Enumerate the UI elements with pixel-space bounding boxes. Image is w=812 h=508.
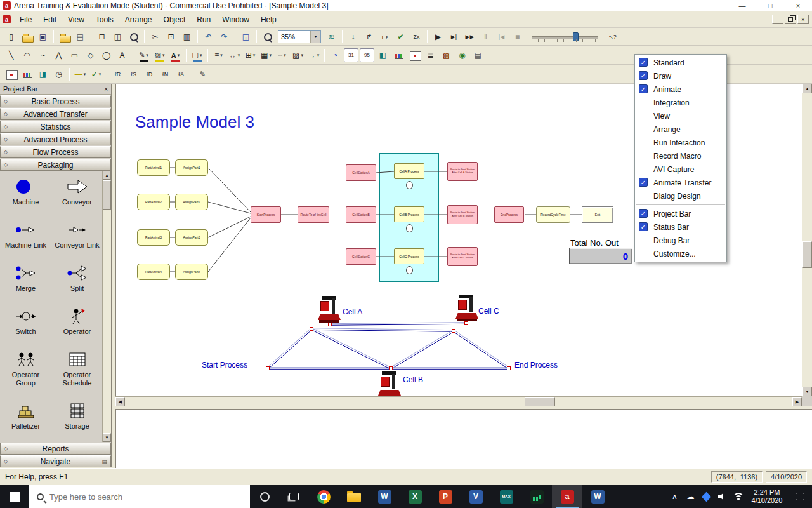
end-process-module[interactable]: EndProcess bbox=[494, 206, 524, 223]
window-background-color-icon[interactable]: ▾ bbox=[190, 48, 204, 62]
animate-clock-small-icon[interactable]: ◷ bbox=[51, 67, 66, 81]
project-bar-close-icon[interactable]: × bbox=[104, 86, 108, 93]
named-views-icon[interactable]: ≋ bbox=[324, 30, 339, 44]
cell-station-a-module[interactable]: CellStationA bbox=[346, 164, 376, 181]
minimize-button[interactable]: — bbox=[728, 0, 756, 11]
panel-reports[interactable]: ◇ Reports bbox=[0, 443, 111, 455]
zoom-icon[interactable] bbox=[260, 30, 275, 44]
animate-plot-icon[interactable] bbox=[407, 48, 422, 62]
taskbar-app-3ds-max[interactable]: MAX bbox=[491, 485, 521, 508]
cortana-button[interactable] bbox=[250, 485, 279, 508]
line-pattern-icon[interactable]: ▨▾ bbox=[291, 48, 305, 62]
end-run-icon[interactable]: ■ bbox=[510, 30, 525, 44]
route-next-a-module[interactable]: Route to Next Station After Cell A Stati… bbox=[447, 162, 478, 181]
run-speed-slider[interactable] bbox=[532, 31, 598, 43]
snap-grid-icon[interactable]: ▦▾ bbox=[259, 48, 273, 62]
template-item-switch[interactable]: Switch bbox=[0, 307, 51, 336]
menu-file[interactable]: File bbox=[14, 13, 37, 26]
cell-c-process-module[interactable]: CellC Process bbox=[394, 248, 424, 264]
taskbar-app-analytics[interactable] bbox=[521, 485, 552, 508]
context-menu-item-run-interaction[interactable]: Run Interaction bbox=[635, 136, 726, 149]
draw-bezier-icon[interactable]: ~ bbox=[36, 48, 50, 62]
assign-part-4-module[interactable]: AssignPart4 bbox=[175, 264, 208, 280]
context-menu-item-record-macro[interactable]: Record Macro bbox=[635, 149, 726, 163]
go-icon[interactable]: ▶ bbox=[431, 30, 445, 44]
exit-module[interactable]: Exit bbox=[582, 206, 613, 223]
panel-advanced-process[interactable]: ◇ Advanced Process bbox=[0, 133, 111, 145]
check-style-icon[interactable]: ✓▾ bbox=[89, 67, 103, 81]
part-arrival-3-module[interactable]: PartArrival3 bbox=[137, 229, 170, 246]
animate-global-icon[interactable]: ◉ bbox=[455, 48, 469, 62]
scroll-right-icon[interactable]: ▶ bbox=[792, 397, 802, 406]
template-item-merge[interactable]: Merge bbox=[0, 264, 51, 293]
menu-window[interactable]: Window bbox=[216, 13, 255, 26]
zoom-combobox[interactable]: 35% ▼ bbox=[278, 30, 321, 43]
taskbar-search[interactable] bbox=[29, 485, 250, 508]
draw-polyline-icon[interactable]: ⋀ bbox=[51, 48, 66, 62]
panel-navigate[interactable]: ◇ Navigate ▤ bbox=[0, 455, 111, 467]
draw-text-icon[interactable]: A bbox=[115, 48, 129, 62]
assign-part-3-module[interactable]: AssignPart3 bbox=[175, 229, 208, 246]
taskbar-app-visio[interactable]: V bbox=[461, 485, 491, 508]
mdi-restore-button[interactable] bbox=[785, 15, 796, 24]
route-next-b-module[interactable]: Route to Next Station After Cell B Stati… bbox=[447, 205, 478, 224]
context-menu-item-standard[interactable]: ✓Standard bbox=[635, 56, 726, 69]
vertical-scrollbar[interactable]: ▲ ▼ bbox=[802, 84, 812, 396]
taskbar-app-arena[interactable]: a bbox=[552, 485, 582, 508]
cell-station-b-module[interactable]: CellStationB bbox=[346, 206, 376, 223]
animate-date-icon[interactable]: 31 bbox=[344, 48, 358, 62]
spreadsheet-pane[interactable] bbox=[115, 409, 812, 468]
context-menu-item-integration[interactable]: Integration bbox=[635, 96, 726, 109]
object-connect-icon[interactable]: ↦ bbox=[377, 30, 392, 44]
cell-station-c-module[interactable]: CellStationC bbox=[346, 248, 376, 265]
start-over-icon[interactable]: |◀ bbox=[494, 30, 509, 44]
toggle-split-screen-icon[interactable]: ◱ bbox=[239, 30, 253, 44]
taskbar-app-word-2[interactable]: W bbox=[582, 485, 613, 508]
animate-route-icon[interactable]: ℓR bbox=[110, 67, 125, 81]
maximize-button[interactable]: □ bbox=[756, 0, 784, 11]
animate-plot-small-icon[interactable] bbox=[4, 67, 18, 81]
tray-expand-chevron-icon[interactable]: ∧ bbox=[667, 485, 683, 508]
scroll-down-icon[interactable]: ▼ bbox=[103, 433, 111, 442]
vertical-scroll-thumb[interactable] bbox=[802, 241, 812, 268]
scroll-thumb[interactable] bbox=[103, 180, 111, 210]
menu-run[interactable]: Run bbox=[191, 13, 216, 26]
panel-advanced-transfer[interactable]: ◇ Advanced Transfer bbox=[0, 108, 111, 120]
context-menu-item-animate[interactable]: ✓Animate bbox=[635, 83, 726, 96]
template-item-palletizer[interactable]: Palletizer bbox=[0, 401, 51, 431]
save-model-icon[interactable]: ▣ bbox=[36, 30, 50, 44]
expression-builder-icon[interactable]: Σx bbox=[409, 30, 424, 44]
template-item-conveyor-link[interactable]: Conveyor Link bbox=[51, 220, 103, 250]
taskbar-app-chrome[interactable] bbox=[308, 485, 339, 508]
template-item-operator-group[interactable]: Operator Group bbox=[0, 350, 51, 387]
panel-basic-process[interactable]: ◇ Basic Process bbox=[0, 95, 111, 107]
copy-icon[interactable]: ⊡ bbox=[164, 30, 178, 44]
assign-part-1-module[interactable]: AssignPart1 bbox=[175, 159, 208, 176]
part-arrival-2-module[interactable]: PartArrival2 bbox=[137, 194, 170, 210]
taskbar-app-excel[interactable]: X bbox=[400, 485, 430, 508]
draw-box-icon[interactable]: ▭ bbox=[67, 48, 82, 62]
taskbar-app-powerpoint[interactable]: P bbox=[430, 485, 461, 508]
horizontal-scroll-thumb[interactable] bbox=[525, 397, 555, 406]
line-style-icon[interactable]: ╌▾ bbox=[275, 48, 289, 62]
undo-icon[interactable]: ↶ bbox=[201, 30, 216, 44]
animate-network-icon[interactable]: ℓN bbox=[158, 67, 173, 81]
menu-edit[interactable]: Edit bbox=[37, 13, 62, 26]
animate-resource-icon[interactable]: ▩ bbox=[439, 48, 454, 62]
start-button[interactable] bbox=[0, 485, 29, 508]
menu-view[interactable]: View bbox=[62, 13, 90, 26]
step-icon[interactable]: ▶| bbox=[447, 30, 461, 44]
paste-icon[interactable]: ▥ bbox=[180, 30, 194, 44]
new-model-icon[interactable]: ▯ bbox=[4, 30, 18, 44]
panel-flow-process[interactable]: ◇ Flow Process bbox=[0, 146, 111, 158]
onedrive-cloud-icon[interactable]: ☁ bbox=[683, 485, 698, 508]
align-icon[interactable]: ≡▾ bbox=[211, 48, 226, 62]
pause-icon[interactable]: ‖ bbox=[478, 30, 493, 44]
panel-packaging[interactable]: ◇ Packaging bbox=[0, 159, 111, 171]
template-item-storage[interactable]: Storage bbox=[51, 401, 103, 431]
context-menu-item-customize[interactable]: Customize... bbox=[635, 247, 726, 260]
detach-template-icon[interactable]: ▤ bbox=[73, 30, 88, 44]
volume-icon[interactable] bbox=[714, 485, 730, 508]
open-model-icon[interactable] bbox=[20, 30, 34, 44]
fill-color-icon[interactable]: ▾ bbox=[152, 48, 167, 62]
